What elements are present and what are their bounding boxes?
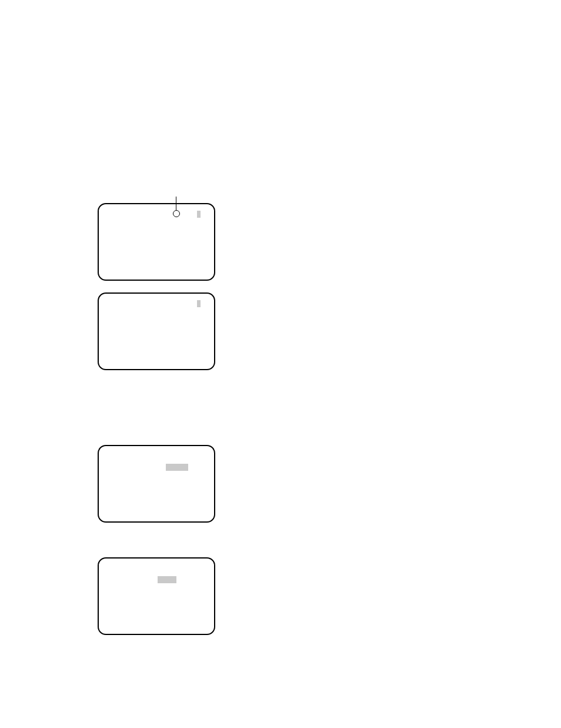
screen-3-highlight-bar [166, 464, 188, 471]
display-screen-3 [98, 445, 215, 523]
page-canvas [0, 0, 561, 728]
callout-pointer-circle [173, 210, 180, 217]
screen-1-indicator [197, 211, 201, 218]
screen-4-highlight-bar [158, 576, 176, 583]
display-screen-4 [98, 557, 215, 635]
screen-2-indicator [197, 300, 201, 307]
callout-pointer-line [176, 197, 176, 210]
